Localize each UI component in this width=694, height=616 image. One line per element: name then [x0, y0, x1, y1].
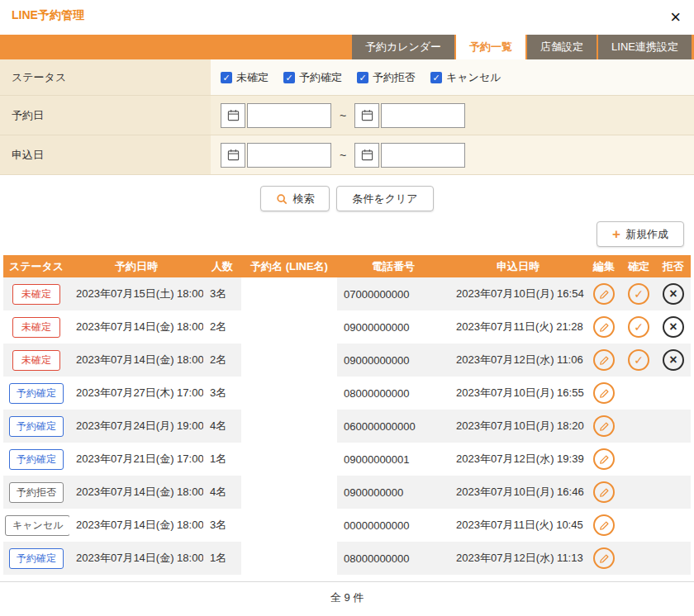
confirm-button[interactable]: ✓: [628, 316, 649, 338]
status-badge: 未確定: [12, 317, 60, 338]
status-checkbox-cancelled[interactable]: ✓ キャンセル: [430, 70, 501, 85]
edit-button[interactable]: [593, 382, 615, 404]
reservation-date-to-input[interactable]: [381, 103, 465, 128]
titlebar: LINE予約管理 ×: [0, 0, 694, 35]
reservation-date-to-group: [354, 103, 465, 128]
status-badge: 予約確定: [9, 416, 64, 437]
phone-number-cell: 08000000000: [337, 542, 449, 575]
range-separator: ~: [340, 109, 346, 122]
edit-button[interactable]: [593, 448, 615, 470]
reservation-date-from-group: [221, 103, 331, 128]
line-reservation-dialog: LINE予約管理 × 予約カレンダー予約一覧店舗設定LINE連携設定 ステータス…: [0, 0, 694, 614]
search-button-label: 検索: [292, 192, 314, 206]
status-checkbox-rejected[interactable]: ✓ 予約拒否: [357, 70, 416, 85]
tab-store-settings[interactable]: 店舗設定: [527, 35, 597, 59]
application-date-from-calendar-button[interactable]: [221, 143, 245, 168]
pencil-icon: [599, 421, 610, 432]
application-date-to-input[interactable]: [381, 143, 465, 168]
status-checkbox-confirmed[interactable]: ✓ 予約確定: [283, 70, 342, 85]
checkbox-icon[interactable]: ✓: [221, 72, 232, 83]
pencil-icon: [599, 520, 610, 531]
calendar-icon: [227, 109, 240, 121]
header-confirm: 確定: [621, 255, 656, 277]
phone-number-cell: 09000000000: [337, 344, 449, 377]
people-count-cell: 2名: [203, 344, 241, 377]
application-date-filter-label: 申込日: [0, 135, 211, 174]
application-date-to-calendar-button[interactable]: [354, 143, 379, 168]
reject-button[interactable]: ×: [663, 283, 684, 305]
create-new-button[interactable]: + 新規作成: [597, 221, 684, 247]
tab-reservation-calendar[interactable]: 予約カレンダー: [352, 35, 454, 59]
application-date-from-input[interactable]: [247, 143, 331, 168]
plus-icon: +: [612, 227, 620, 241]
reject-button[interactable]: ×: [663, 316, 684, 338]
reservation-datetime-cell: 2023年07月24日(月) 19:00: [69, 410, 203, 443]
people-count-cell: 3名: [203, 277, 241, 310]
phone-number-cell: 09000000001: [337, 443, 449, 476]
reservation-datetime-cell: 2023年07月14日(金) 18:00: [69, 476, 203, 509]
status-badge: キャンセル: [5, 515, 69, 536]
edit-button[interactable]: [593, 349, 615, 371]
tab-line-link-settings[interactable]: LINE連携設定: [598, 35, 692, 59]
header-edit: 編集: [587, 255, 621, 277]
applied-datetime-cell: 2023年07月11日(火) 10:45: [449, 509, 587, 542]
edit-button[interactable]: [593, 547, 615, 569]
edit-button[interactable]: [593, 481, 615, 503]
edit-button[interactable]: [593, 514, 615, 536]
phone-number-cell: 00000000000: [337, 509, 449, 542]
people-count-cell: 2名: [203, 310, 241, 344]
applied-datetime-cell: 2023年07月12日(水) 11:06: [449, 344, 587, 377]
phone-number-cell: 08000000000: [337, 377, 449, 410]
checkbox-icon[interactable]: ✓: [283, 72, 295, 83]
checkbox-icon[interactable]: ✓: [430, 72, 442, 83]
reservation-datetime-cell: 2023年07月14日(金) 18:00: [69, 542, 203, 575]
applied-datetime-cell: 2023年07月12日(水) 19:39: [449, 443, 587, 476]
edit-button[interactable]: [593, 283, 615, 305]
tab-bar: 予約カレンダー予約一覧店舗設定LINE連携設定: [0, 35, 694, 59]
edit-button[interactable]: [593, 316, 615, 338]
reservation-date-from-input[interactable]: [247, 103, 331, 128]
status-badge: 予約確定: [9, 383, 64, 404]
status-checkbox-pending[interactable]: ✓ 未確定: [221, 70, 269, 85]
people-count-cell: 1名: [203, 542, 241, 575]
reservation-datetime-cell: 2023年07月14日(金) 18:00: [69, 344, 203, 377]
page-title: LINE予約管理: [12, 8, 84, 23]
header-reservation-name: 予約名 (LINE名): [241, 255, 337, 277]
create-button-label: 新規作成: [625, 227, 668, 242]
reservation-date-to-calendar-button[interactable]: [354, 103, 379, 128]
close-button[interactable]: ×: [668, 8, 682, 26]
confirm-button[interactable]: ✓: [628, 349, 649, 371]
phone-number-cell: 060000000000: [337, 410, 449, 443]
reject-button[interactable]: ×: [663, 349, 684, 371]
reservation-name-cell: [241, 410, 337, 443]
pencil-icon: [599, 388, 610, 399]
pencil-icon: [599, 487, 610, 498]
pencil-icon: [599, 454, 610, 465]
tab-reservation-list[interactable]: 予約一覧: [456, 35, 525, 59]
confirm-button[interactable]: ✓: [628, 283, 649, 305]
phone-number-cell: 0900000000: [337, 476, 449, 509]
reservation-name-cell: [241, 310, 337, 344]
table-header: ステータス 予約日時 人数 予約名 (LINE名) 電話番号 申込日時 編集 確…: [3, 255, 691, 277]
reservation-date-filter-label: 予約日: [0, 96, 211, 135]
reservation-name-cell: [241, 344, 337, 377]
reservation-date-filter-row: 予約日 ~: [0, 96, 694, 135]
range-separator: ~: [340, 149, 346, 162]
calendar-icon: [361, 109, 373, 121]
reservation-datetime-cell: 2023年07月15日(土) 18:00: [69, 277, 203, 310]
reservation-datetime-cell: 2023年07月21日(金) 17:00: [69, 443, 203, 476]
reservation-name-cell: [241, 277, 337, 310]
edit-button[interactable]: [593, 415, 615, 437]
reservation-name-cell: [241, 443, 337, 476]
people-count-cell: 3名: [203, 509, 241, 542]
table-row: 予約確定 2023年07月24日(月) 19:00 4名 06000000000…: [3, 410, 691, 443]
checkbox-icon[interactable]: ✓: [357, 72, 368, 83]
checkbox-label: 未確定: [236, 70, 269, 85]
reservation-date-from-calendar-button[interactable]: [221, 103, 245, 128]
search-button[interactable]: 検索: [260, 186, 330, 211]
status-badge: 未確定: [12, 284, 60, 305]
clear-conditions-button[interactable]: 条件をクリア: [336, 186, 433, 211]
reservation-name-cell: [241, 476, 337, 509]
table-row: キャンセル 2023年07月14日(金) 18:00 3名 0000000000…: [3, 509, 691, 542]
header-status: ステータス: [3, 255, 69, 277]
